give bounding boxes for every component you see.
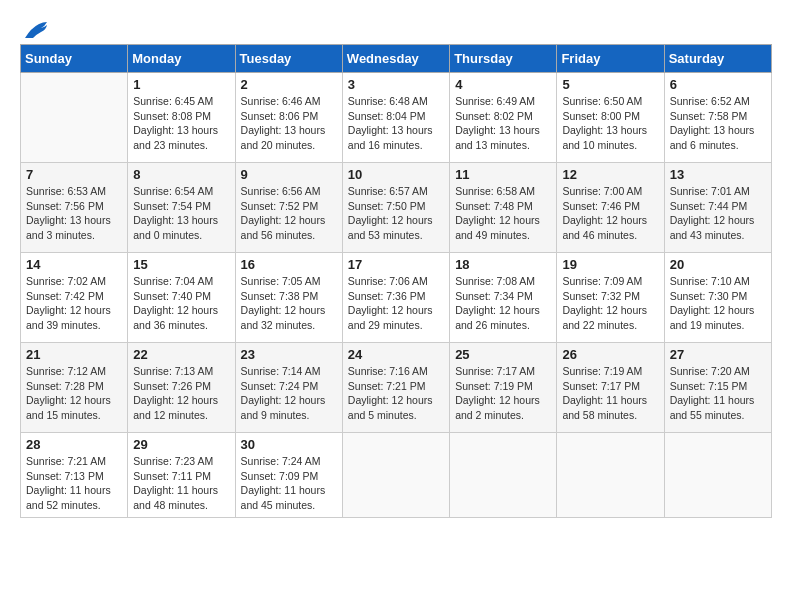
calendar-cell: 1Sunrise: 6:45 AMSunset: 8:08 PMDaylight… (128, 73, 235, 163)
day-info: Sunrise: 7:08 AMSunset: 7:34 PMDaylight:… (455, 274, 551, 333)
calendar-cell (21, 73, 128, 163)
day-number: 17 (348, 257, 444, 272)
calendar-cell: 21Sunrise: 7:12 AMSunset: 7:28 PMDayligh… (21, 343, 128, 433)
day-number: 5 (562, 77, 658, 92)
day-info: Sunrise: 6:56 AMSunset: 7:52 PMDaylight:… (241, 184, 337, 243)
day-number: 28 (26, 437, 122, 452)
day-header-friday: Friday (557, 45, 664, 73)
calendar-cell (450, 433, 557, 518)
day-number: 27 (670, 347, 766, 362)
calendar-cell: 20Sunrise: 7:10 AMSunset: 7:30 PMDayligh… (664, 253, 771, 343)
calendar-header-row: SundayMondayTuesdayWednesdayThursdayFrid… (21, 45, 772, 73)
day-number: 6 (670, 77, 766, 92)
day-number: 7 (26, 167, 122, 182)
calendar-cell: 17Sunrise: 7:06 AMSunset: 7:36 PMDayligh… (342, 253, 449, 343)
calendar-cell (342, 433, 449, 518)
day-number: 26 (562, 347, 658, 362)
day-info: Sunrise: 7:13 AMSunset: 7:26 PMDaylight:… (133, 364, 229, 423)
day-number: 13 (670, 167, 766, 182)
calendar-week-row: 28Sunrise: 7:21 AMSunset: 7:13 PMDayligh… (21, 433, 772, 518)
calendar-cell: 10Sunrise: 6:57 AMSunset: 7:50 PMDayligh… (342, 163, 449, 253)
calendar-cell: 26Sunrise: 7:19 AMSunset: 7:17 PMDayligh… (557, 343, 664, 433)
calendar-cell: 2Sunrise: 6:46 AMSunset: 8:06 PMDaylight… (235, 73, 342, 163)
day-number: 2 (241, 77, 337, 92)
calendar-week-row: 21Sunrise: 7:12 AMSunset: 7:28 PMDayligh… (21, 343, 772, 433)
day-info: Sunrise: 7:17 AMSunset: 7:19 PMDaylight:… (455, 364, 551, 423)
calendar-week-row: 1Sunrise: 6:45 AMSunset: 8:08 PMDaylight… (21, 73, 772, 163)
day-number: 24 (348, 347, 444, 362)
day-info: Sunrise: 7:20 AMSunset: 7:15 PMDaylight:… (670, 364, 766, 423)
day-number: 30 (241, 437, 337, 452)
day-header-saturday: Saturday (664, 45, 771, 73)
day-number: 23 (241, 347, 337, 362)
day-info: Sunrise: 7:01 AMSunset: 7:44 PMDaylight:… (670, 184, 766, 243)
day-header-sunday: Sunday (21, 45, 128, 73)
day-info: Sunrise: 7:23 AMSunset: 7:11 PMDaylight:… (133, 454, 229, 513)
day-number: 19 (562, 257, 658, 272)
calendar-week-row: 7Sunrise: 6:53 AMSunset: 7:56 PMDaylight… (21, 163, 772, 253)
calendar-cell: 24Sunrise: 7:16 AMSunset: 7:21 PMDayligh… (342, 343, 449, 433)
day-info: Sunrise: 6:58 AMSunset: 7:48 PMDaylight:… (455, 184, 551, 243)
day-info: Sunrise: 6:53 AMSunset: 7:56 PMDaylight:… (26, 184, 122, 243)
calendar-cell: 8Sunrise: 6:54 AMSunset: 7:54 PMDaylight… (128, 163, 235, 253)
day-info: Sunrise: 7:10 AMSunset: 7:30 PMDaylight:… (670, 274, 766, 333)
day-info: Sunrise: 6:54 AMSunset: 7:54 PMDaylight:… (133, 184, 229, 243)
day-number: 8 (133, 167, 229, 182)
day-number: 4 (455, 77, 551, 92)
day-header-tuesday: Tuesday (235, 45, 342, 73)
day-info: Sunrise: 6:50 AMSunset: 8:00 PMDaylight:… (562, 94, 658, 153)
day-number: 16 (241, 257, 337, 272)
day-number: 25 (455, 347, 551, 362)
day-header-thursday: Thursday (450, 45, 557, 73)
day-info: Sunrise: 7:19 AMSunset: 7:17 PMDaylight:… (562, 364, 658, 423)
calendar-cell: 23Sunrise: 7:14 AMSunset: 7:24 PMDayligh… (235, 343, 342, 433)
day-number: 20 (670, 257, 766, 272)
day-info: Sunrise: 7:21 AMSunset: 7:13 PMDaylight:… (26, 454, 122, 513)
calendar-cell: 22Sunrise: 7:13 AMSunset: 7:26 PMDayligh… (128, 343, 235, 433)
day-info: Sunrise: 7:00 AMSunset: 7:46 PMDaylight:… (562, 184, 658, 243)
calendar-cell: 5Sunrise: 6:50 AMSunset: 8:00 PMDaylight… (557, 73, 664, 163)
day-info: Sunrise: 6:45 AMSunset: 8:08 PMDaylight:… (133, 94, 229, 153)
calendar-cell: 12Sunrise: 7:00 AMSunset: 7:46 PMDayligh… (557, 163, 664, 253)
logo-bird-icon (23, 20, 49, 40)
day-info: Sunrise: 7:04 AMSunset: 7:40 PMDaylight:… (133, 274, 229, 333)
calendar-cell: 6Sunrise: 6:52 AMSunset: 7:58 PMDaylight… (664, 73, 771, 163)
calendar-cell: 4Sunrise: 6:49 AMSunset: 8:02 PMDaylight… (450, 73, 557, 163)
calendar-week-row: 14Sunrise: 7:02 AMSunset: 7:42 PMDayligh… (21, 253, 772, 343)
calendar-cell: 7Sunrise: 6:53 AMSunset: 7:56 PMDaylight… (21, 163, 128, 253)
calendar-cell: 14Sunrise: 7:02 AMSunset: 7:42 PMDayligh… (21, 253, 128, 343)
calendar-table: SundayMondayTuesdayWednesdayThursdayFrid… (20, 44, 772, 518)
day-info: Sunrise: 7:06 AMSunset: 7:36 PMDaylight:… (348, 274, 444, 333)
day-header-wednesday: Wednesday (342, 45, 449, 73)
day-info: Sunrise: 7:05 AMSunset: 7:38 PMDaylight:… (241, 274, 337, 333)
calendar-cell: 13Sunrise: 7:01 AMSunset: 7:44 PMDayligh… (664, 163, 771, 253)
day-info: Sunrise: 6:52 AMSunset: 7:58 PMDaylight:… (670, 94, 766, 153)
calendar-cell: 16Sunrise: 7:05 AMSunset: 7:38 PMDayligh… (235, 253, 342, 343)
day-number: 18 (455, 257, 551, 272)
calendar-cell: 30Sunrise: 7:24 AMSunset: 7:09 PMDayligh… (235, 433, 342, 518)
day-info: Sunrise: 6:49 AMSunset: 8:02 PMDaylight:… (455, 94, 551, 153)
day-number: 9 (241, 167, 337, 182)
calendar-cell (557, 433, 664, 518)
calendar-cell: 18Sunrise: 7:08 AMSunset: 7:34 PMDayligh… (450, 253, 557, 343)
page-header (20, 20, 772, 36)
day-info: Sunrise: 6:48 AMSunset: 8:04 PMDaylight:… (348, 94, 444, 153)
calendar-cell: 3Sunrise: 6:48 AMSunset: 8:04 PMDaylight… (342, 73, 449, 163)
day-info: Sunrise: 7:02 AMSunset: 7:42 PMDaylight:… (26, 274, 122, 333)
day-number: 3 (348, 77, 444, 92)
day-number: 11 (455, 167, 551, 182)
day-info: Sunrise: 6:46 AMSunset: 8:06 PMDaylight:… (241, 94, 337, 153)
calendar-cell: 28Sunrise: 7:21 AMSunset: 7:13 PMDayligh… (21, 433, 128, 518)
day-header-monday: Monday (128, 45, 235, 73)
day-number: 14 (26, 257, 122, 272)
day-info: Sunrise: 7:16 AMSunset: 7:21 PMDaylight:… (348, 364, 444, 423)
day-number: 15 (133, 257, 229, 272)
calendar-cell: 19Sunrise: 7:09 AMSunset: 7:32 PMDayligh… (557, 253, 664, 343)
day-info: Sunrise: 7:09 AMSunset: 7:32 PMDaylight:… (562, 274, 658, 333)
calendar-cell: 15Sunrise: 7:04 AMSunset: 7:40 PMDayligh… (128, 253, 235, 343)
day-number: 21 (26, 347, 122, 362)
logo (20, 20, 49, 36)
day-number: 22 (133, 347, 229, 362)
day-number: 10 (348, 167, 444, 182)
day-number: 12 (562, 167, 658, 182)
